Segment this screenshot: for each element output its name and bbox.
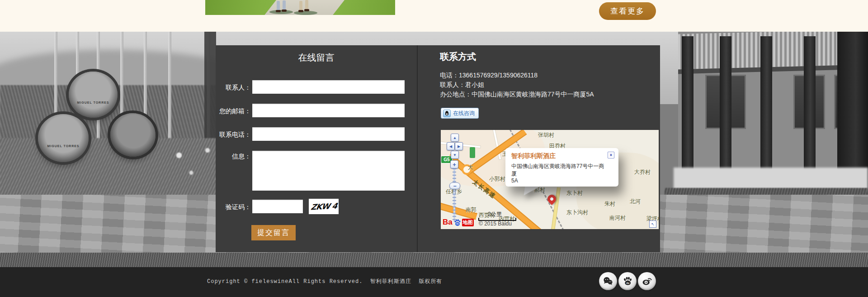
close-icon[interactable]: × — [608, 152, 614, 158]
bg-shadow — [269, 10, 293, 14]
email-label: 您的邮箱： — [216, 107, 251, 115]
bg-wine-barrel: MIGUEL TORRES — [38, 114, 89, 162]
carousel-photo-fragment — [205, 0, 395, 15]
map-pan-right-button[interactable]: ▶ — [455, 142, 463, 150]
top-band: 查看更多 — [0, 0, 868, 32]
map-zoom-in-button[interactable]: + — [450, 160, 458, 168]
contact-info-lines: 电话：13661576929/13590626118 联系人：君小姐 办公地点：… — [440, 71, 594, 99]
address-line-1: 中国佛山南海区黄岐渤海路77号中一商厦 — [511, 163, 607, 177]
social-icons: du — [599, 272, 656, 290]
map-label: 朱村 — [604, 200, 615, 208]
bg-shadow — [294, 11, 317, 15]
map-expand-icon[interactable]: ↖ — [649, 220, 656, 228]
map-scale-label: 2公里 — [488, 211, 502, 218]
barrel-brand-text: MIGUEL TORRES — [77, 101, 109, 104]
contact-person-line: 联系人：君小姐 — [440, 80, 594, 90]
wechat-icon[interactable] — [599, 272, 617, 290]
bg-wine-barrel: MIGUEL TORRES — [69, 72, 118, 118]
map-label: 南郭 — [466, 206, 476, 214]
map-pan-left-button[interactable]: ◀ — [447, 142, 455, 150]
contact-info-title: 联系方式 — [440, 51, 476, 63]
bg-person-leg — [283, 0, 286, 11]
map-infowindow-address: 中国佛山南海区黄岐渤海路77号中一商厦 5A — [511, 163, 607, 184]
svg-text:du: du — [626, 282, 629, 284]
baidu-paw-icon: du — [453, 218, 462, 227]
map-pan-down-button[interactable]: ▼ — [451, 151, 459, 159]
submit-message-button[interactable]: 提交留言 — [251, 225, 296, 240]
baidu-map[interactable]: 太长高速 G5 张胡村 田乔村 大乔村 小郭村 东卜村 朱村 北河 东卜沟村 南… — [441, 130, 659, 229]
baidu-map-word: 地图 — [462, 219, 474, 226]
message-field[interactable] — [252, 151, 405, 191]
name-label: 联系人： — [216, 84, 251, 92]
qq-consult-label: 在线咨询 — [453, 110, 475, 117]
map-road-badge — [470, 147, 475, 158]
bg-pergola-pole — [168, 32, 171, 145]
baidu-maps-logo: Ba du 地图 — [443, 218, 474, 227]
contact-address-line: 办公地点：中国佛山南海区黄岐渤海路77号中一商厦5A — [440, 90, 594, 99]
baidu-logo-text: Ba — [443, 218, 453, 227]
footer-bar: Copyright © fieleswineAll Rights Reserve… — [0, 267, 868, 297]
page: 查看更多 MIGUEL TORRES MIGUEL TORRES — [0, 0, 868, 297]
map-infowindow: 智利菲利斯酒庄 中国佛山南海区黄岐渤海路77号中一商厦 5A × — [505, 148, 618, 187]
map-label: 东卜村 — [566, 189, 583, 197]
map-copyright: © 2015 Baidu — [479, 220, 512, 227]
map-label: 大乔村 — [634, 168, 651, 176]
qq-penguin-icon — [443, 110, 451, 117]
map-label: 张胡村 — [538, 131, 554, 139]
panel-divider — [417, 45, 418, 252]
weibo-icon[interactable] — [638, 272, 656, 290]
map-label: 南河村 — [609, 214, 626, 222]
message-form-title: 在线留言 — [216, 52, 417, 64]
captcha-label: 验证码： — [216, 203, 251, 211]
email-field[interactable] — [252, 104, 405, 117]
qq-consult-button[interactable]: 在线咨询 — [441, 108, 479, 119]
map-label: 小郭村 — [489, 175, 505, 183]
map-label: 大 — [468, 164, 473, 172]
captcha-field[interactable] — [252, 200, 303, 213]
phone-label: 联系电话： — [216, 131, 251, 139]
bg-grass-strip — [0, 253, 868, 267]
address-line-2: 5A — [511, 177, 607, 184]
barrel-brand-text: MIGUEL TORRES — [47, 144, 79, 148]
contact-panel: 在线留言 联系人： 您的邮箱： 联系电话： 信息： 验证码： ZKW 4 提交留… — [216, 45, 660, 252]
bg-person-leg — [305, 0, 308, 11]
footer-copyright: Copyright © fieleswineAll Rights Reserve… — [207, 278, 442, 285]
svg-text:du: du — [456, 223, 459, 225]
message-label: 信息： — [216, 153, 251, 161]
map-zoom-out-button[interactable]: − — [449, 182, 460, 189]
captcha-code-text: ZKW 4 — [310, 201, 338, 212]
map-infowindow-title: 智利菲利斯酒庄 — [511, 152, 556, 160]
contact-phone-line: 电话：13661576929/13590626118 — [440, 71, 594, 80]
map-infowindow-tail — [524, 185, 539, 197]
contact-section: MIGUEL TORRES MIGUEL TORRES 在 — [0, 32, 868, 267]
view-more-button[interactable]: 查看更多 — [599, 2, 656, 20]
captcha-image[interactable]: ZKW 4 — [309, 199, 339, 214]
name-field[interactable] — [252, 80, 405, 94]
bg-person-leg — [277, 1, 280, 12]
map-zoom-slider[interactable] — [453, 168, 456, 222]
map-label: 东卜沟村 — [566, 209, 588, 216]
baidu-tieba-paw-icon[interactable]: du — [618, 272, 637, 290]
map-label: 北河 — [630, 198, 641, 206]
bg-person-leg — [299, 1, 302, 12]
phone-field[interactable] — [252, 127, 405, 141]
map-pan-up-button[interactable]: ▲ — [451, 134, 459, 142]
